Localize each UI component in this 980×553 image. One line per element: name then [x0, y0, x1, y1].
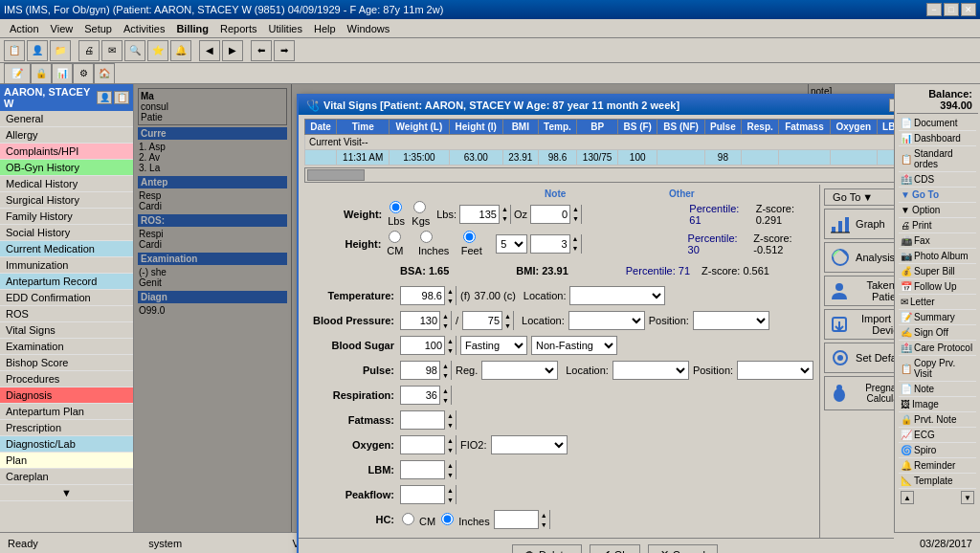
weight-oz-input[interactable]: [531, 208, 569, 221]
weight-input[interactable]: [460, 208, 499, 221]
menu-action[interactable]: Action: [4, 21, 45, 36]
temp-input[interactable]: [401, 289, 444, 302]
minimize-button[interactable]: −: [926, 3, 942, 16]
hc-down[interactable]: ▼: [538, 520, 549, 529]
right-superbill[interactable]: 💰 Super Bill: [899, 264, 976, 279]
nav-general[interactable]: General: [0, 111, 133, 127]
nav-diagnostic[interactable]: Diagnostic/Lab: [0, 436, 133, 453]
bp-systolic-spinner[interactable]: ▲ ▼: [400, 311, 452, 330]
bs-up[interactable]: ▲: [444, 336, 456, 345]
tb-btn-2[interactable]: 👤: [27, 40, 48, 61]
bp-dia-up[interactable]: ▲: [501, 311, 513, 321]
fatmass-input[interactable]: [401, 413, 444, 427]
ok-button[interactable]: ✔ Ok: [590, 544, 640, 553]
tb-btn-8[interactable]: 🔔: [170, 40, 191, 61]
menu-view[interactable]: View: [45, 21, 79, 36]
temp-up[interactable]: ▲: [444, 286, 456, 296]
right-note[interactable]: 📄 Note: [899, 382, 976, 397]
modal-help-button[interactable]: ?: [889, 99, 894, 112]
maximize-button[interactable]: □: [944, 3, 959, 16]
bp-diastolic-spinner[interactable]: ▲ ▼: [462, 311, 514, 330]
menu-billing[interactable]: Billing: [170, 21, 214, 36]
nav-procedures[interactable]: Procedures: [0, 371, 133, 387]
close-button[interactable]: ✕: [961, 3, 976, 16]
nav-medical[interactable]: Medical History: [0, 176, 133, 192]
tb2-btn-2[interactable]: 🔒: [31, 63, 52, 84]
right-summary[interactable]: 📝 Summary: [899, 310, 976, 325]
resp-up[interactable]: ▲: [439, 386, 451, 395]
nav-surgical[interactable]: Surgical History: [0, 192, 133, 209]
right-scroll-up[interactable]: ▲: [901, 491, 914, 504]
right-spiro[interactable]: 🌀 Spiro: [899, 443, 976, 458]
oxygen-spinner[interactable]: ▲ ▼: [400, 435, 457, 454]
lbm-down[interactable]: ▼: [444, 470, 456, 479]
graph-button[interactable]: Graph: [824, 209, 894, 239]
bs-input[interactable]: [401, 339, 444, 352]
right-photo[interactable]: 📷 Photo Album: [899, 249, 976, 264]
oxygen-down[interactable]: ▼: [444, 445, 456, 454]
height-feet-radio[interactable]: [463, 231, 476, 243]
right-reminder[interactable]: 🔔 Reminder: [899, 458, 976, 474]
table-hscroll[interactable]: [304, 167, 894, 183]
hc-up[interactable]: ▲: [538, 510, 549, 520]
nav-edd[interactable]: EDD Confirmation: [0, 290, 133, 306]
tb2-btn-4[interactable]: ⚙: [73, 63, 94, 84]
weight-spinner[interactable]: ▲ ▼: [459, 205, 511, 224]
nav-careplan[interactable]: Careplan: [0, 469, 133, 485]
resp-down[interactable]: ▼: [439, 395, 451, 405]
peakflow-down[interactable]: ▼: [444, 495, 456, 504]
hc-spinner[interactable]: ▲ ▼: [494, 510, 550, 529]
oxygen-input[interactable]: [401, 438, 444, 452]
fio2-select[interactable]: [491, 435, 568, 454]
right-print[interactable]: 🖨 Print: [899, 218, 976, 233]
right-goto[interactable]: ▼ Go To: [899, 188, 976, 203]
tb-btn-7[interactable]: ⭐: [147, 40, 168, 61]
menu-windows[interactable]: Windows: [342, 21, 396, 36]
nav-medication[interactable]: Current Medication: [0, 241, 133, 257]
lbm-up[interactable]: ▲: [444, 460, 456, 470]
set-default-button[interactable]: Set Default: [824, 343, 894, 373]
height-in-spinner[interactable]: ▲ ▼: [530, 234, 582, 254]
menu-reports[interactable]: Reports: [214, 21, 263, 36]
resp-spinner[interactable]: ▲ ▼: [400, 386, 452, 405]
right-option[interactable]: ▼ Option: [899, 203, 976, 218]
peakflow-up[interactable]: ▲: [444, 485, 456, 495]
nav-antepartum[interactable]: Antepartum Record: [0, 274, 133, 290]
temp-down[interactable]: ▼: [444, 296, 456, 305]
height-in-up[interactable]: ▲: [569, 234, 581, 244]
pulse-input[interactable]: [401, 364, 439, 377]
nav-ros[interactable]: ROS: [0, 306, 133, 322]
tb-btn-12[interactable]: ➡: [274, 40, 295, 61]
pulse-position-select[interactable]: [737, 361, 813, 380]
cancel-button[interactable]: ✕ Cancel: [648, 544, 718, 553]
weight-oz-up[interactable]: ▲: [569, 205, 581, 214]
pulse-location-select[interactable]: [612, 361, 689, 380]
right-ecg[interactable]: 📈 ECG: [899, 428, 976, 443]
right-fax[interactable]: 📠 Fax: [899, 233, 976, 249]
right-image[interactable]: 🖼 Image: [899, 397, 976, 412]
temp-location-select[interactable]: [569, 286, 665, 305]
nav-examination[interactable]: Examination: [0, 339, 133, 355]
bs-down[interactable]: ▼: [444, 345, 456, 355]
nav-diagnosis[interactable]: Diagnosis: [0, 387, 133, 404]
tb2-btn-5[interactable]: 🏠: [94, 63, 115, 84]
nav-immunization[interactable]: Immunization: [0, 257, 133, 274]
nav-social[interactable]: Social History: [0, 225, 133, 241]
nav-bishop[interactable]: Bishop Score: [0, 355, 133, 371]
delete-button[interactable]: 🗑 Delete: [512, 544, 582, 553]
right-copy-prev[interactable]: 📋 Copy Prv. Visit: [899, 356, 976, 382]
hc-input[interactable]: [495, 513, 538, 526]
pulse-up[interactable]: ▲: [439, 361, 451, 370]
weight-kgs-radio[interactable]: [413, 201, 426, 213]
tb-btn-4[interactable]: 🖨: [78, 40, 100, 61]
nav-allergy[interactable]: Allergy: [0, 127, 133, 144]
right-letter[interactable]: ✉ Letter: [899, 295, 976, 310]
bp-systolic-input[interactable]: [401, 314, 439, 327]
hc-inches-radio[interactable]: [441, 513, 454, 525]
bp-diastolic-input[interactable]: [463, 314, 501, 327]
bs-fasting-select[interactable]: Non-FastingFasting: [531, 336, 617, 355]
nav-antepartum-plan[interactable]: Antepartum Plan: [0, 404, 133, 420]
right-prvt-note[interactable]: 🔒 Prvt. Note: [899, 412, 976, 428]
bp-position-select[interactable]: [693, 311, 769, 330]
right-care-protocol[interactable]: 🏥 Care Protocol: [899, 341, 976, 356]
